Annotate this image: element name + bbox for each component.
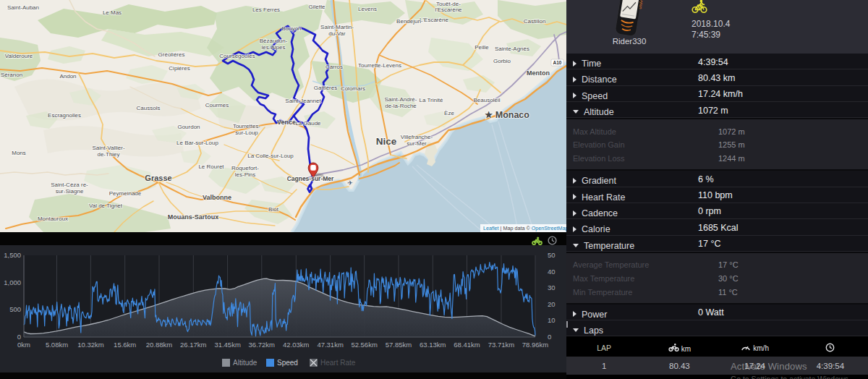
svg-text:✈: ✈ — [347, 179, 353, 187]
svg-text:63.13km: 63.13km — [420, 341, 446, 349]
svg-text:Séranon: Séranon — [1, 72, 22, 78]
svg-text:Villefranche-: Villefranche- — [401, 134, 433, 140]
svg-text:10: 10 — [548, 316, 556, 324]
svg-text:40: 40 — [548, 268, 556, 276]
svg-text:Levens: Levens — [358, 6, 377, 12]
svg-text:Bézaudun-: Bézaudun- — [260, 38, 288, 44]
svg-text:Saint-Céza re-: Saint-Céza re- — [51, 182, 88, 188]
svg-text:Saint-Jeannet: Saint-Jeannet — [285, 98, 321, 104]
svg-text:Coursegoules: Coursegoules — [219, 53, 255, 59]
svg-text:1,000: 1,000 — [4, 278, 21, 286]
svg-text:Saint-Martin-: Saint-Martin- — [320, 24, 354, 30]
svg-text:Cagnes-sur-Mer: Cagnes-sur-Mer — [287, 175, 334, 182]
svg-text:sur-Siagne: sur-Siagne — [56, 188, 84, 195]
svg-text:Gattières: Gattières — [314, 85, 337, 91]
svg-text:78.96km: 78.96km — [522, 341, 549, 349]
svg-text:sur-Mer: sur-Mer — [407, 140, 427, 147]
svg-text:20.88km: 20.88km — [146, 341, 173, 349]
svg-text:Leaflet | Map data © OpenStree: Leaflet | Map data © OpenStreetMap — [483, 225, 566, 231]
svg-text:Valderoure: Valderoure — [5, 53, 33, 59]
svg-text:Cipières: Cipières — [169, 65, 190, 72]
svg-text:Castillon: Castillon — [524, 18, 546, 25]
svg-text:Saint-Auban: Saint-Auban — [7, 4, 39, 11]
svg-text:68.41km: 68.41km — [454, 341, 480, 349]
svg-text:Menton: Menton — [527, 69, 550, 77]
svg-text:La Gaude: La Gaude — [295, 120, 321, 127]
svg-text:Gilette: Gilette — [308, 4, 326, 10]
svg-text:Altitude: Altitude — [233, 359, 258, 367]
svg-text:Colomars: Colomars — [341, 85, 365, 92]
svg-text:52.56km: 52.56km — [351, 341, 378, 349]
svg-text:Bendejun: Bendejun — [396, 18, 421, 25]
svg-text:Les Ferres: Les Ferres — [252, 7, 280, 13]
svg-text:Gorbio: Gorbio — [493, 58, 511, 64]
svg-text:Tourrettes-: Tourrettes- — [233, 123, 261, 129]
svg-text:A10: A10 — [553, 60, 562, 65]
svg-text:Roquefort-: Roquefort- — [231, 165, 259, 171]
svg-text:47.31km: 47.31km — [317, 341, 344, 349]
svg-text:31.45km: 31.45km — [214, 341, 241, 349]
svg-text:sur-Loup: sur-Loup — [235, 129, 258, 136]
svg-text:Nice: Nice — [376, 136, 397, 147]
svg-text:Valbonne: Valbonne — [203, 194, 231, 201]
svg-text:★ Monaco: ★ Monaco — [485, 110, 529, 120]
svg-text:l'Escarène: l'Escarène — [435, 7, 462, 13]
svg-text:Bouyon: Bouyon — [281, 25, 301, 32]
svg-text:Vence: Vence — [277, 119, 296, 126]
svg-text:Beausoleil: Beausoleil — [474, 97, 501, 103]
svg-text:Èze: Èze — [444, 110, 454, 116]
svg-text:Heart Rate: Heart Rate — [320, 359, 356, 367]
svg-text:Carros: Carros — [326, 64, 343, 70]
svg-text:Saint-Vallier-: Saint-Vallier- — [92, 145, 125, 151]
svg-text:42.03km: 42.03km — [283, 341, 310, 349]
svg-text:de-la-Roche: de-la-Roche — [385, 103, 417, 109]
svg-text:L'Escarène: L'Escarène — [420, 17, 448, 23]
svg-text:15.6km: 15.6km — [114, 341, 136, 349]
svg-text:30: 30 — [548, 284, 556, 291]
svg-text:36.72km: 36.72km — [249, 341, 276, 349]
svg-text:Le Rouret: Le Rouret — [198, 163, 224, 170]
svg-text:Gréolières: Gréolières — [158, 51, 185, 58]
svg-text:Montauroux: Montauroux — [38, 216, 68, 222]
svg-text:Speed: Speed — [277, 359, 298, 367]
svg-text:Le Bar-sur-Loup: Le Bar-sur-Loup — [176, 140, 218, 146]
svg-text:0km: 0km — [17, 341, 30, 349]
svg-text:1,500: 1,500 — [4, 251, 21, 259]
svg-text:Tourrette-Levens: Tourrette-Levens — [358, 62, 401, 69]
svg-text:73.71km: 73.71km — [488, 341, 515, 349]
svg-text:20: 20 — [548, 300, 556, 308]
svg-text:500: 500 — [9, 305, 21, 313]
svg-text:de-Thiey: de-Thiey — [97, 151, 119, 158]
svg-text:les-Pins: les-Pins — [235, 171, 255, 178]
svg-text:Mons: Mons — [12, 150, 26, 156]
svg-text:5.08km: 5.08km — [46, 341, 68, 349]
svg-text:La Colle-sur-Loup: La Colle-sur-Loup — [247, 153, 294, 159]
svg-text:0: 0 — [548, 333, 551, 341]
svg-text:Caussols: Caussols — [137, 105, 161, 111]
svg-text:Peille: Peille — [475, 44, 489, 51]
svg-text:les-Alpes: les-Alpes — [262, 44, 286, 51]
svg-text:Le Mas: Le Mas — [103, 9, 122, 16]
svg-text:La Trinité: La Trinité — [420, 97, 443, 103]
svg-text:Courmes: Courmes — [205, 102, 229, 108]
svg-text:Sainte-Agnès: Sainte-Agnès — [495, 46, 529, 52]
svg-text:0: 0 — [17, 333, 21, 341]
svg-text:Mouans-Sartoux: Mouans-Sartoux — [168, 213, 219, 221]
svg-text:50: 50 — [548, 251, 556, 259]
svg-text:Gourdon: Gourdon — [177, 124, 200, 130]
svg-text:26.17km: 26.17km — [180, 341, 207, 349]
svg-text:Val de Tignet: Val de Tignet — [89, 203, 123, 209]
svg-text:57.85km: 57.85km — [386, 341, 412, 349]
svg-text:du-Var: du-Var — [328, 30, 346, 37]
svg-text:Escragnolles: Escragnolles — [48, 112, 81, 119]
svg-text:10.32km: 10.32km — [77, 341, 104, 349]
svg-text:Saint-André-: Saint-André- — [385, 96, 417, 103]
svg-text:Andon: Andon — [59, 73, 76, 80]
svg-text:Grasse: Grasse — [145, 174, 171, 182]
svg-text:Peymeinade: Peymeinade — [109, 190, 142, 197]
svg-text:Biot: Biot — [268, 206, 279, 213]
